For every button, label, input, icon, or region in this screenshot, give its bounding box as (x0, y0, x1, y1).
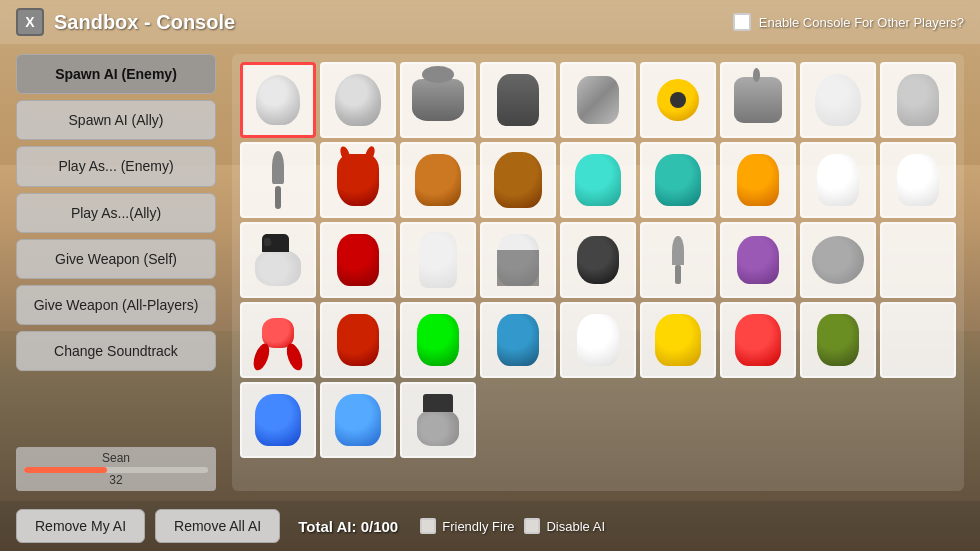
char-cell-33[interactable] (640, 302, 716, 378)
char-cell-15[interactable] (640, 142, 716, 218)
char-cell-16[interactable] (720, 142, 796, 218)
char-icon-36 (886, 308, 951, 373)
char-cell-28[interactable] (240, 302, 316, 378)
enable-console-checkbox[interactable] (733, 13, 751, 31)
window-title: Sandbox - Console (54, 11, 235, 34)
sidebar-btn-change-soundtrack[interactable]: Change Soundtrack (16, 331, 216, 371)
sidebar-btn-play-enemy[interactable]: Play As... (Enemy) (16, 146, 216, 186)
char-icon-9 (886, 68, 951, 133)
char-cell-17[interactable] (800, 142, 876, 218)
main-content: Spawn AI (Enemy) Spawn AI (Ally) Play As… (0, 44, 980, 501)
char-cell-11[interactable] (320, 142, 396, 218)
friendly-fire-area: Friendly Fire (420, 518, 514, 534)
char-icon-6 (646, 68, 711, 133)
sidebar-btn-play-ally[interactable]: Play As...(Ally) (16, 193, 216, 233)
char-cell-1[interactable] (240, 62, 316, 138)
char-icon-27 (886, 228, 951, 293)
char-icon-8 (806, 68, 871, 133)
char-cell-7[interactable] (720, 62, 796, 138)
char-icon-11 (326, 148, 391, 213)
char-icon-28 (246, 308, 311, 373)
char-icon-17 (806, 148, 871, 213)
char-cell-27[interactable] (880, 222, 956, 298)
char-cell-23[interactable] (560, 222, 636, 298)
char-cell-25[interactable] (720, 222, 796, 298)
sidebar-btn-give-weapon-all[interactable]: Give Weapon (All-Players) (16, 285, 216, 325)
char-icon-26 (806, 228, 871, 293)
friendly-fire-label: Friendly Fire (442, 519, 514, 534)
char-icon-37 (246, 388, 311, 453)
character-grid-area (232, 54, 964, 491)
char-icon-14 (566, 148, 631, 213)
close-button[interactable]: X (16, 8, 44, 36)
char-cell-39[interactable] (400, 382, 476, 458)
char-cell-22[interactable] (480, 222, 556, 298)
char-cell-3[interactable] (400, 62, 476, 138)
sidebar-btn-give-weapon-self[interactable]: Give Weapon (Self) (16, 239, 216, 279)
char-icon-7 (726, 68, 791, 133)
char-icon-15 (646, 148, 711, 213)
char-cell-37[interactable] (240, 382, 316, 458)
char-icon-39 (406, 388, 471, 453)
char-icon-34 (726, 308, 791, 373)
char-icon-16 (726, 148, 791, 213)
sidebar: Spawn AI (Enemy) Spawn AI (Ally) Play As… (16, 54, 216, 491)
char-cell-35[interactable] (800, 302, 876, 378)
char-cell-38[interactable] (320, 382, 396, 458)
char-icon-38 (326, 388, 391, 453)
char-cell-32[interactable] (560, 302, 636, 378)
char-cell-5[interactable] (560, 62, 636, 138)
enable-console-label: Enable Console For Other Players? (759, 15, 964, 30)
char-cell-19[interactable] (240, 222, 316, 298)
char-icon-21 (406, 228, 471, 293)
char-icon-19 (246, 228, 311, 293)
char-cell-21[interactable] (400, 222, 476, 298)
console-overlay: X Sandbox - Console Enable Console For O… (0, 0, 980, 551)
disable-ai-area: Disable AI (524, 518, 605, 534)
remove-my-ai-button[interactable]: Remove My AI (16, 509, 145, 543)
top-bar: X Sandbox - Console Enable Console For O… (0, 0, 980, 44)
char-cell-29[interactable] (320, 302, 396, 378)
char-icon-13 (486, 148, 551, 213)
char-cell-10[interactable] (240, 142, 316, 218)
character-grid (240, 62, 956, 458)
disable-ai-checkbox[interactable] (524, 518, 540, 534)
char-icon-12 (406, 148, 471, 213)
char-cell-12[interactable] (400, 142, 476, 218)
char-icon-23 (566, 228, 631, 293)
spawn-info: Sean 32 (16, 447, 216, 491)
char-icon-33 (646, 308, 711, 373)
char-cell-18[interactable] (880, 142, 956, 218)
char-cell-30[interactable] (400, 302, 476, 378)
char-cell-2[interactable] (320, 62, 396, 138)
char-cell-26[interactable] (800, 222, 876, 298)
bottom-bar: Remove My AI Remove All AI Total AI: 0/1… (0, 501, 980, 551)
char-cell-8[interactable] (800, 62, 876, 138)
char-icon-29 (326, 308, 391, 373)
char-cell-34[interactable] (720, 302, 796, 378)
disable-ai-label: Disable AI (546, 519, 605, 534)
char-cell-36[interactable] (880, 302, 956, 378)
char-cell-13[interactable] (480, 142, 556, 218)
char-cell-6[interactable] (640, 62, 716, 138)
char-icon-35 (806, 308, 871, 373)
char-cell-4[interactable] (480, 62, 556, 138)
friendly-fire-checkbox[interactable] (420, 518, 436, 534)
char-icon-25 (726, 228, 791, 293)
char-cell-14[interactable] (560, 142, 636, 218)
char-cell-24[interactable] (640, 222, 716, 298)
total-ai-label: Total AI: 0/100 (298, 518, 398, 535)
char-cell-20[interactable] (320, 222, 396, 298)
char-icon-2 (326, 68, 391, 133)
sidebar-btn-spawn-enemy[interactable]: Spawn AI (Enemy) (16, 54, 216, 94)
char-cell-9[interactable] (880, 62, 956, 138)
sidebar-bottom: Sean 32 (16, 447, 216, 491)
char-cell-31[interactable] (480, 302, 556, 378)
remove-all-ai-button[interactable]: Remove All AI (155, 509, 280, 543)
char-icon-32 (566, 308, 631, 373)
spawn-name: Sean (24, 451, 208, 465)
char-icon-18 (886, 148, 951, 213)
char-icon-5 (566, 68, 631, 133)
char-icon-4 (486, 68, 551, 133)
sidebar-btn-spawn-ally[interactable]: Spawn AI (Ally) (16, 100, 216, 140)
